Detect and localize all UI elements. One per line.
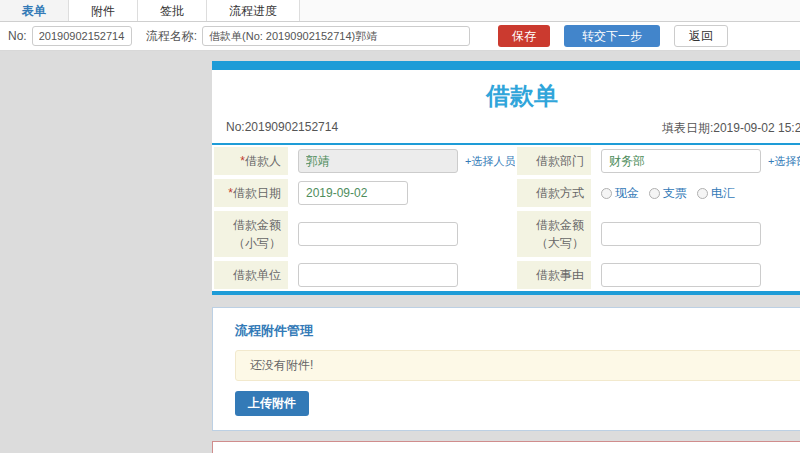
radio-icon	[697, 188, 708, 199]
method-wire-label: 电汇	[711, 185, 735, 202]
borrower-label-text: 借款人	[245, 152, 281, 170]
loan-unit-input[interactable]	[298, 263, 458, 287]
tab-attachments[interactable]: 附件	[69, 0, 138, 21]
department-label: 借款部门	[515, 145, 593, 177]
radio-icon	[649, 188, 660, 199]
loan-method-radios: 现金 支票 电汇	[601, 185, 735, 202]
amount-lowercase-input[interactable]	[298, 222, 458, 246]
save-button[interactable]: 保存	[498, 25, 550, 47]
loan-unit-label-text: 借款单位	[233, 266, 281, 284]
loan-reason-label: 借款事由	[515, 259, 593, 291]
borrower-label: * 借款人	[212, 145, 290, 177]
attachment-section: 流程附件管理 还没有附件! 上传附件	[212, 307, 800, 431]
forward-next-step-button[interactable]: 转交下一步	[564, 25, 660, 47]
loan-form-grid: * 借款人 +选择人员 借款部门 +选择部门 * 借款日期	[212, 145, 800, 291]
amount-uppercase-input[interactable]	[601, 222, 761, 246]
upload-attachment-button[interactable]: 上传附件	[235, 391, 309, 416]
amount-lowercase-label-text: 借款金额（小写）	[221, 216, 281, 252]
loan-unit-label: 借款单位	[212, 259, 290, 291]
approval-section: 流程签批意见 B I abc ✗ ∞ ∞ ⚑ ≡ ≣ « »	[212, 441, 800, 453]
bottom-accent-bar	[212, 291, 800, 295]
borrower-input[interactable]	[298, 149, 458, 173]
loan-date-label: * 借款日期	[212, 177, 290, 209]
loan-method-label: 借款方式	[515, 177, 593, 209]
form-date-text: 填表日期:2019-09-02 15:27:1	[662, 120, 800, 137]
form-no-text: No:20190902152714	[226, 120, 338, 137]
department-input[interactable]	[601, 149, 761, 173]
attachment-section-title: 流程附件管理	[235, 322, 800, 340]
method-option-cheque[interactable]: 支票	[649, 185, 687, 202]
method-option-wire[interactable]: 电汇	[697, 185, 735, 202]
process-toolbar: No: 流程名称: 保存 转交下一步 返回	[0, 22, 800, 51]
no-attachment-alert: 还没有附件!	[235, 350, 800, 381]
loan-reason-input[interactable]	[601, 263, 761, 287]
process-name-input[interactable]	[202, 26, 470, 46]
loan-date-input[interactable]	[298, 181, 408, 205]
form-panel: 借款单 No:20190902152714 填表日期:2019-09-02 15…	[212, 61, 800, 453]
top-accent-bar	[212, 61, 800, 70]
form-meta-row: No:20190902152714 填表日期:2019-09-02 15:27:…	[212, 118, 800, 143]
tab-form[interactable]: 表单	[0, 0, 69, 21]
loan-reason-label-text: 借款事由	[536, 266, 584, 284]
process-no-input[interactable]	[32, 26, 132, 46]
method-cheque-label: 支票	[663, 185, 687, 202]
method-cash-label: 现金	[615, 185, 639, 202]
department-label-text: 借款部门	[536, 152, 584, 170]
select-person-link[interactable]: +选择人员	[465, 154, 515, 169]
back-button[interactable]: 返回	[674, 25, 728, 47]
page-background: 借款单 No:20190902152714 填表日期:2019-09-02 15…	[0, 51, 800, 452]
loan-date-label-text: 借款日期	[233, 184, 281, 202]
amount-uppercase-label-text: 借款金额（大写）	[524, 216, 584, 252]
amount-lowercase-label: 借款金额（小写）	[212, 209, 290, 259]
method-option-cash[interactable]: 现金	[601, 185, 639, 202]
tab-approval[interactable]: 签批	[138, 0, 207, 21]
page-title: 借款单	[212, 70, 800, 118]
no-label: No:	[8, 29, 27, 43]
select-department-link[interactable]: +选择部门	[768, 154, 800, 169]
loan-form-card: 借款单 No:20190902152714 填表日期:2019-09-02 15…	[212, 61, 800, 295]
process-name-label: 流程名称:	[146, 28, 197, 45]
radio-icon	[601, 188, 612, 199]
amount-uppercase-label: 借款金额（大写）	[515, 209, 593, 259]
tab-bar: 表单 附件 签批 流程进度	[0, 0, 800, 22]
loan-method-label-text: 借款方式	[536, 184, 584, 202]
tab-process-progress[interactable]: 流程进度	[207, 0, 300, 21]
